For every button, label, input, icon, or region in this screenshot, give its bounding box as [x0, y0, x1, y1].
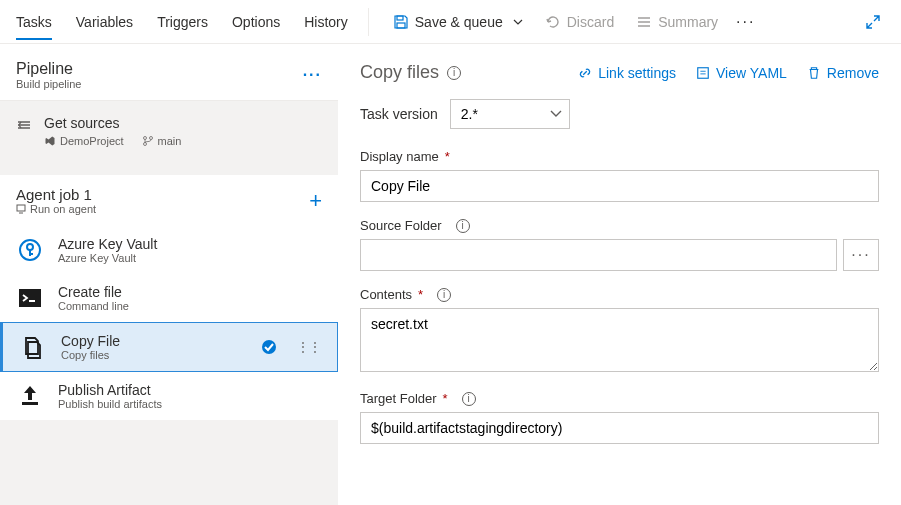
agent-icon — [16, 204, 26, 214]
task-title: Azure Key Vault — [58, 236, 157, 252]
publish-icon — [16, 382, 44, 410]
save-queue-label: Save & queue — [415, 14, 503, 30]
link-settings-label: Link settings — [598, 65, 676, 81]
browse-button[interactable]: ··· — [843, 239, 879, 271]
info-icon[interactable]: i — [447, 66, 461, 80]
source-folder-label: Source Folder — [360, 218, 442, 233]
svg-rect-8 — [19, 289, 41, 307]
pipeline-more-button[interactable]: ··· — [303, 66, 322, 84]
tab-history[interactable]: History — [304, 4, 348, 40]
svg-point-4 — [149, 137, 152, 140]
tab-options[interactable]: Options — [232, 4, 280, 40]
trash-icon — [807, 66, 821, 80]
more-actions-button[interactable]: ··· — [736, 13, 755, 31]
svg-rect-0 — [397, 16, 403, 20]
branch-name: main — [158, 135, 182, 147]
get-sources-title: Get sources — [44, 115, 181, 131]
save-queue-button[interactable]: Save & queue — [389, 8, 527, 36]
tab-variables[interactable]: Variables — [76, 4, 133, 40]
info-icon[interactable]: i — [462, 392, 476, 406]
agent-job-item[interactable]: Agent job 1 Run on agent + — [0, 175, 338, 226]
svg-point-2 — [143, 137, 146, 140]
undo-icon — [545, 14, 561, 30]
drag-handle-icon[interactable]: ⋮⋮ — [297, 345, 321, 350]
tab-tasks[interactable]: Tasks — [16, 4, 52, 40]
add-task-button[interactable]: + — [309, 188, 322, 214]
svg-rect-1 — [397, 23, 405, 28]
agent-job-title: Agent job 1 — [16, 186, 96, 203]
contents-label: Contents — [360, 287, 412, 302]
discard-label: Discard — [567, 14, 614, 30]
project-indicator: DemoProject — [44, 135, 124, 147]
commandline-icon — [16, 284, 44, 312]
sources-icon — [16, 117, 32, 133]
svg-rect-11 — [698, 67, 709, 78]
summary-button[interactable]: Summary — [632, 8, 722, 36]
target-folder-label: Target Folder — [360, 391, 437, 406]
pipeline-subtitle: Build pipeline — [16, 78, 81, 90]
branch-indicator: main — [142, 135, 182, 147]
task-version-label: Task version — [360, 106, 438, 122]
remove-label: Remove — [827, 65, 879, 81]
task-item-publish[interactable]: Publish Artifact Publish build artifacts — [0, 372, 338, 420]
tab-triggers[interactable]: Triggers — [157, 4, 208, 40]
task-version-select[interactable]: 2.* — [450, 99, 570, 129]
pipeline-title: Pipeline — [16, 60, 81, 78]
info-icon[interactable]: i — [456, 219, 470, 233]
keyvault-icon — [16, 236, 44, 264]
summary-label: Summary — [658, 14, 718, 30]
display-name-label: Display name — [360, 149, 439, 164]
save-icon — [393, 14, 409, 30]
svg-point-9 — [262, 340, 276, 354]
copyfiles-icon — [19, 333, 47, 361]
list-icon — [636, 14, 652, 30]
chevron-down-icon — [513, 19, 523, 25]
agent-job-subtitle: Run on agent — [30, 203, 96, 215]
fullscreen-icon[interactable] — [861, 10, 885, 34]
detail-title: Copy files — [360, 62, 439, 83]
vs-icon — [44, 135, 56, 147]
task-subtitle: Azure Key Vault — [58, 252, 157, 264]
required-indicator: * — [443, 391, 448, 406]
task-title: Copy File — [61, 333, 120, 349]
remove-button[interactable]: Remove — [807, 65, 879, 81]
view-yaml-button[interactable]: View YAML — [696, 65, 787, 81]
task-subtitle: Publish build artifacts — [58, 398, 162, 410]
svg-point-3 — [143, 143, 146, 146]
source-folder-input[interactable] — [360, 239, 837, 271]
task-item-keyvault[interactable]: Azure Key Vault Azure Key Vault — [0, 226, 338, 274]
task-item-copyfile[interactable]: Copy File Copy files ⋮⋮ — [0, 322, 338, 372]
get-sources-item[interactable]: Get sources DemoProject main — [0, 101, 338, 159]
link-icon — [578, 66, 592, 80]
discard-button[interactable]: Discard — [541, 8, 618, 36]
required-indicator: * — [445, 149, 450, 164]
task-title: Publish Artifact — [58, 382, 162, 398]
contents-textarea[interactable]: secret.txt — [360, 308, 879, 372]
svg-rect-5 — [17, 205, 25, 211]
required-indicator: * — [418, 287, 423, 302]
task-title: Create file — [58, 284, 129, 300]
branch-icon — [142, 135, 154, 147]
status-ok-icon — [261, 339, 277, 355]
yaml-icon — [696, 66, 710, 80]
display-name-input[interactable] — [360, 170, 879, 202]
task-subtitle: Command line — [58, 300, 129, 312]
svg-rect-10 — [22, 402, 38, 405]
project-name: DemoProject — [60, 135, 124, 147]
view-yaml-label: View YAML — [716, 65, 787, 81]
link-settings-button[interactable]: Link settings — [578, 65, 676, 81]
task-subtitle: Copy files — [61, 349, 120, 361]
task-item-createfile[interactable]: Create file Command line — [0, 274, 338, 322]
target-folder-input[interactable] — [360, 412, 879, 444]
svg-point-7 — [27, 244, 33, 250]
info-icon[interactable]: i — [437, 288, 451, 302]
